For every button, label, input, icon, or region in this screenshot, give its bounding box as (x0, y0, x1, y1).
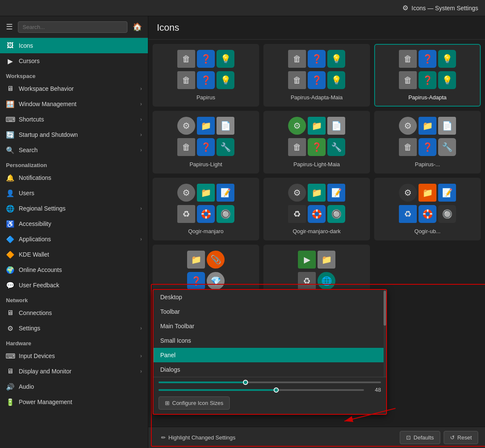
sidebar-item-power-management[interactable]: 🔋 Power Management (0, 394, 148, 410)
slider-row-top (159, 382, 381, 383)
sidebar-item-online-accounts[interactable]: 🌍 Online Accounts (0, 262, 148, 277)
theme-icon: ⚙ (177, 184, 195, 202)
dropdown-item-dialogs[interactable]: Dialogs (153, 362, 386, 377)
sidebar-item-audio[interactable]: 🔊 Audio (0, 379, 148, 394)
sidebar-item-search[interactable]: 🔍 Search › (0, 142, 148, 158)
theme-icons-row: 🗑 ❓ 💡 (288, 50, 345, 68)
theme-card-qogir-ubuntu[interactable]: ⚙ 📁 📝 ♻ 🛟 🔘 Qogir-ub... (374, 178, 481, 240)
slider-thumb-top[interactable] (243, 380, 248, 385)
sidebar-item-accessibility[interactable]: ♿ Accessibility (0, 216, 148, 231)
theme-card-papirus[interactable]: 🗑 ❓ 💡 🗑 ❓ 💡 Papirus (153, 44, 259, 107)
dropdown-item-panel[interactable]: Panel (153, 348, 386, 362)
title-bar: ⚙ Icons — System Settings (0, 0, 485, 16)
configure-icon-sizes-button[interactable]: ⊞ Configure Icon Sizes (159, 396, 230, 410)
users-icon: 👤 (6, 189, 14, 197)
connections-icon: 🖥 (6, 309, 14, 317)
theme-icons-row-2: 🗑 ❓ 💡 (399, 71, 456, 89)
theme-card-papirus-adapta[interactable]: 🗑 ❓ 💡 🗑 ❓ 💡 Papirus-Adapta (374, 44, 481, 107)
page-title: Icons (148, 16, 485, 40)
sidebar-item-shortcuts[interactable]: ⌨ Shortcuts › (0, 112, 148, 127)
theme-card-papirus-adapta-maia[interactable]: 🗑 ❓ 💡 🗑 ❓ 💡 Papirus-Adapta-Maia (263, 44, 370, 107)
home-button[interactable]: 🏠 (130, 20, 144, 33)
dropdown-item-main-toolbar[interactable]: Main Toolbar (153, 319, 386, 333)
slider-track-top[interactable] (159, 382, 381, 383)
search-input[interactable] (18, 21, 127, 33)
sidebar-item-cursors[interactable]: ▶ Cursors (0, 53, 148, 69)
sidebar-item-user-feedback[interactable]: 💬 User Feedback (0, 277, 148, 293)
hamburger-button[interactable]: ☰ (3, 20, 15, 33)
dropdown-scrollbar[interactable] (384, 290, 386, 377)
sidebar-item-workspace-behavior[interactable]: 🖥 Workspace Behavior › (0, 81, 148, 96)
theme-name-papirus-adapta-maia: Papirus-Adapta-Maia (291, 94, 343, 101)
theme-icon: 💎 (207, 272, 225, 290)
dropdown-item-desktop[interactable]: Desktop (153, 290, 386, 304)
sidebar: ☰ 🏠 🖼 Icons ▶ Cursors Workspace 🖥 Worksp… (0, 16, 148, 448)
dropdown-item-toolbar[interactable]: Toolbar (153, 304, 386, 319)
slider-track-bottom[interactable] (159, 389, 364, 391)
sidebar-item-connections[interactable]: 🖥 Connections (0, 305, 148, 321)
theme-icons-row-2: 🗑 ❓ 🔧 (399, 138, 456, 156)
content-area: Icons 🗑 ❓ 💡 🗑 ❓ 💡 Papirus (148, 16, 485, 448)
sidebar-item-settings[interactable]: ⚙ Settings › (0, 321, 148, 336)
theme-icons-row-2: ♻ 🛟 🔘 (288, 205, 345, 223)
window-management-icon: 🪟 (6, 100, 14, 108)
theme-card-papirus-light-maia[interactable]: ⚙ 📁 📄 🗑 ❓ 🔧 Papirus-Light-Maia (263, 111, 370, 173)
theme-icons-row: ⚙ 📁 📄 (399, 117, 456, 135)
defaults-button[interactable]: ⊡ Defaults (400, 431, 440, 444)
applications-arrow: › (140, 236, 142, 242)
configure-icon: ⊞ (165, 400, 170, 406)
dropdown-item-small-icons[interactable]: Small Icons (153, 333, 386, 348)
theme-icon: ❓ (419, 138, 436, 156)
theme-icon: 📁 (197, 184, 215, 202)
theme-icon: 🗑 (177, 138, 195, 156)
icons-icon: 🖼 (6, 41, 14, 50)
network-section-header: Network (0, 293, 148, 305)
dropdown-overlay: Desktop Toolbar Main Toolbar Small Icons… (153, 289, 387, 415)
theme-icon: 🛟 (419, 205, 436, 223)
theme-name-qogir-manjaro-dark: Qogir-manjaro-dark (293, 228, 341, 234)
theme-icon: ♻ (177, 205, 195, 223)
kde-wallet-icon: 🔶 (6, 250, 14, 259)
sidebar-item-icons[interactable]: 🖼 Icons (0, 38, 148, 53)
slider-fill-bottom (159, 389, 278, 391)
theme-icons-row: ▶ 📁 (298, 251, 335, 269)
theme-icons-row-2: ♻ 🛟 🔘 (399, 205, 456, 223)
theme-icons-row-2: 🗑 ❓ 💡 (288, 71, 345, 89)
theme-icon-trash: 🗑 (177, 50, 195, 68)
theme-name-papirus-light: Papirus-Light (190, 161, 222, 168)
theme-card-papirus-3[interactable]: ⚙ 📁 📄 🗑 ❓ 🔧 Papirus-... (374, 111, 481, 173)
theme-icon: 🔧 (327, 138, 345, 156)
sidebar-item-kde-wallet[interactable]: 🔶 KDE Wallet (0, 247, 148, 262)
slider-thumb-bottom[interactable] (274, 387, 279, 393)
theme-icons-row-2: 🗑 ❓ 💡 (177, 71, 234, 89)
theme-card-qogir-manjaro-dark[interactable]: ⚙ 📁 📝 ♻ 🛟 🔘 Qogir-manjaro-dark (263, 178, 370, 240)
sidebar-item-window-management[interactable]: 🪟 Window Management › (0, 96, 148, 112)
sidebar-item-regional-settings[interactable]: 🌐 Regional Settings › (0, 201, 148, 216)
applications-icon: 🔷 (6, 235, 14, 243)
theme-icon: ❓ (419, 71, 436, 89)
theme-icon: 📁 (308, 184, 326, 202)
sidebar-item-users[interactable]: 👤 Users (0, 185, 148, 201)
sidebar-item-startup-shutdown[interactable]: 🔄 Startup and Shutdown › (0, 127, 148, 142)
sidebar-item-notifications[interactable]: 🔔 Notifications (0, 170, 148, 185)
theme-icon: 📄 (217, 117, 234, 135)
reset-button[interactable]: ↺ Reset (444, 431, 478, 444)
theme-card-qogir-manjaro[interactable]: ⚙ 📁 📝 ♻ 🛟 🔘 Qogir-manjaro (153, 178, 259, 240)
theme-icons-row: ⚙ 📁 📝 (288, 184, 345, 202)
shortcuts-arrow: › (140, 116, 142, 122)
theme-icon: ⚙ (288, 117, 306, 135)
sidebar-item-input-devices[interactable]: ⌨ Input Devices › (0, 348, 148, 364)
highlight-changed-settings-button[interactable]: ✏ Highlight Changed Settings (155, 431, 242, 444)
theme-icon: 💡 (327, 71, 345, 89)
settings-icon: ⚙ (6, 324, 14, 332)
theme-icon: ❓ (308, 71, 326, 89)
dropdown-list-wrapper: Desktop Toolbar Main Toolbar Small Icons… (153, 290, 386, 377)
sidebar-item-display-monitor[interactable]: 🖥 Display and Monitor › (0, 364, 148, 379)
theme-icon: 🔘 (217, 205, 234, 223)
theme-card-papirus-light[interactable]: ⚙ 📁 📄 🗑 ❓ 🔧 Papirus-Light (153, 111, 259, 173)
personalization-section-header: Personalization (0, 158, 148, 170)
theme-icon: 📁 (308, 117, 326, 135)
dropdown-list: Desktop Toolbar Main Toolbar Small Icons… (153, 290, 386, 377)
slider-fill-top (159, 382, 248, 383)
sidebar-item-applications[interactable]: 🔷 Applications › (0, 231, 148, 247)
